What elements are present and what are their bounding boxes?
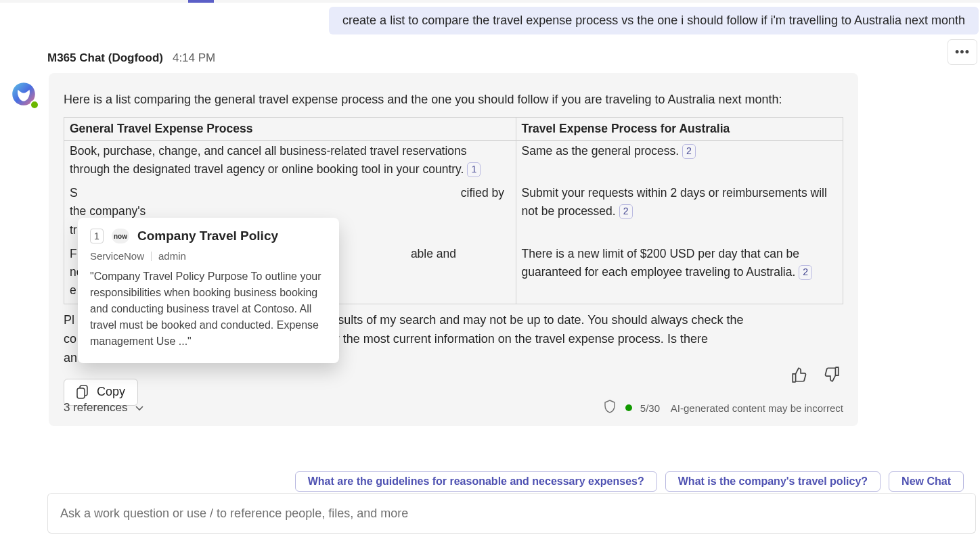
citation-badge[interactable]: 2: [682, 144, 696, 159]
references-label: 3 references: [64, 401, 128, 415]
references-toggle[interactable]: 3 references: [64, 401, 144, 415]
thumbs-up-icon: [790, 366, 808, 383]
cell-text-fragment: cified by the company's: [70, 186, 504, 218]
citation-title[interactable]: Company Travel Policy: [137, 229, 278, 243]
table-row: Book, purchase, change, and cancel all b…: [64, 141, 843, 183]
cell-text-fragment: F: [70, 247, 77, 260]
servicenow-logo: now: [112, 229, 129, 243]
footnote-fragment: tment for the most current information o…: [292, 332, 708, 346]
citation-number: 1: [90, 229, 104, 243]
compose-input-bar[interactable]: [47, 493, 976, 534]
thumbs-down-button[interactable]: [823, 366, 841, 385]
col-header-australia: Travel Expense Process for Australia: [516, 118, 843, 141]
copy-button-label: Copy: [97, 385, 125, 399]
top-divider: [0, 0, 980, 3]
copy-icon: [76, 385, 90, 400]
cell-text-fragment: S: [70, 186, 78, 200]
shield-icon: [604, 400, 616, 417]
citation-popover: 1 now Company Travel Policy ServiceNow a…: [78, 218, 339, 363]
suggestion-chip[interactable]: What are the guidelines for reasonable a…: [295, 471, 657, 492]
citation-author: admin: [158, 250, 186, 262]
thumbs-down-icon: [823, 366, 841, 383]
ai-disclaimer: AI-generated content may be incorrect: [671, 402, 843, 414]
thumbs-up-button[interactable]: [790, 366, 808, 385]
footnote-fragment: n the results of my search and may not b…: [296, 313, 743, 327]
compose-input[interactable]: [60, 507, 963, 521]
citation-badge[interactable]: 1: [467, 162, 481, 177]
user-message-text: create a list to compare the travel expe…: [342, 14, 965, 27]
status-dot: [625, 404, 632, 411]
sender-time: 4:14 PM: [173, 51, 215, 65]
usage-counter: 5/30: [640, 402, 660, 414]
suggestion-chip[interactable]: What is the company's travel policy?: [665, 471, 881, 492]
more-icon: •••: [955, 45, 970, 60]
cell-text: Same as the general process.: [522, 144, 680, 158]
citation-badge[interactable]: 2: [619, 204, 633, 219]
cell-text-fragment: e: [70, 283, 76, 297]
cell-text-fragment: tr: [70, 223, 77, 237]
col-header-general: General Travel Expense Process: [64, 118, 516, 141]
cell-text: There is a new limit of $200 USD per day…: [522, 247, 800, 279]
presence-indicator: [30, 100, 39, 110]
table-header-row: General Travel Expense Process Travel Ex…: [64, 118, 843, 141]
citation-body: "Company Travel Policy Purpose To outlin…: [90, 268, 327, 350]
citation-source: ServiceNow: [90, 250, 144, 262]
footnote-fragment: an: [64, 351, 77, 365]
active-tab-indicator: [188, 0, 214, 3]
bot-avatar: [9, 80, 38, 108]
response-intro: Here is a list comparing the general tra…: [49, 91, 858, 109]
svg-rect-1: [77, 388, 85, 398]
cell-text: Book, purchase, change, and cancel all b…: [70, 144, 467, 176]
sender-name: M365 Chat (Dogfood): [47, 51, 163, 65]
citation-badge[interactable]: 2: [799, 265, 812, 280]
chevron-down-icon: [135, 403, 144, 413]
separator: [151, 252, 152, 261]
message-more-button[interactable]: •••: [948, 39, 977, 65]
footnote-fragment: Pl: [64, 313, 74, 327]
new-chat-button[interactable]: New Chat: [889, 471, 964, 492]
cell-text: Submit your requests within 2 days or re…: [522, 186, 827, 218]
footnote-fragment: co: [64, 332, 76, 346]
user-message-bubble: create a list to compare the travel expe…: [329, 7, 979, 34]
